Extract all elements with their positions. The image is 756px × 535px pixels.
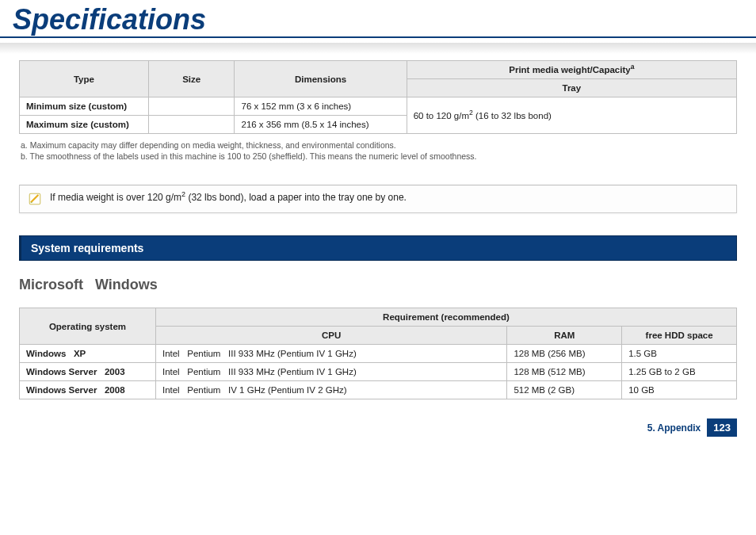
note-text: If media weight is over 120 g/m2 (32 lbs… [50,192,407,203]
cell-ram: 512 MB (2 GB) [507,381,622,399]
th-cpu: CPU [155,327,506,345]
cell-dim: 76 x 152 mm (3 x 6 inches) [235,97,407,116]
cell-cpu: Intel Pentium IV 1 GHz (Pentium IV 2 GHz… [155,381,506,399]
title-shadow [0,43,756,54]
th-size: Size [148,61,235,97]
th-dimensions: Dimensions [235,61,407,97]
th-ram: RAM [507,327,622,345]
cell-hdd: 1.25 GB to 2 GB [622,363,737,381]
cell-cpu: Intel Pentium III 933 MHz (Pentium IV 1 … [155,345,506,363]
cell-hdd: 1.5 GB [622,345,737,363]
th-tray: Tray [407,79,736,97]
th-type: Type [20,61,149,97]
footer-page-number: 123 [707,418,737,437]
cell-ram: 128 MB (256 MB) [507,345,622,363]
note-box: If media weight is over 120 g/m2 (32 lbs… [19,185,737,213]
section-bar-system-requirements: System requirements [19,235,737,261]
th-req: Requirement (recommended) [155,308,736,327]
th-os: Operating system [20,308,156,345]
page-title: Specifications [0,0,756,38]
footer-chapter: 5. Appendix [647,422,701,434]
table-row: Windows Server 2003 Intel Pentium III 93… [20,363,737,381]
subsection-heading: Microsoft Windows [19,277,737,293]
cell-type: Minimum size (custom) [20,97,149,116]
cell-tray-value: 60 to 120 g/m2 (16 to 32 lbs bond) [407,97,736,134]
th-hdd: free HDD space [622,327,737,345]
cell-hdd: 10 GB [622,381,737,399]
th-pmwc: Print media weight/Capacitya [407,61,736,79]
cell-os: Windows Server 2008 [20,381,156,399]
table-row: Minimum size (custom) 76 x 152 mm (3 x 6… [20,97,737,116]
cell-os: Windows Server 2003 [20,363,156,381]
cell-type: Maximum size (custom) [20,116,149,134]
note-icon [28,192,42,206]
cell-ram: 128 MB (512 MB) [507,363,622,381]
table-row: Windows XP Intel Pentium III 933 MHz (Pe… [20,345,737,363]
footnote-b: b. The smoothness of the labels used in … [21,151,735,161]
footnote-a: a. Maximum capacity may differ depending… [21,140,735,150]
footnotes: a. Maximum capacity may differ depending… [19,137,737,177]
page-footer: 5. Appendix 123 [0,403,756,448]
cell-os: Windows XP [20,345,156,363]
cell-size [148,116,235,134]
cell-dim: 216 x 356 mm (8.5 x 14 inches) [235,116,407,134]
cell-size [148,97,235,116]
cell-cpu: Intel Pentium III 933 MHz (Pentium IV 1 … [155,363,506,381]
table-row: Windows Server 2008 Intel Pentium IV 1 G… [20,381,737,399]
media-spec-table: Type Size Dimensions Print media weight/… [19,60,737,134]
system-req-table: Operating system Requirement (recommende… [19,308,737,399]
